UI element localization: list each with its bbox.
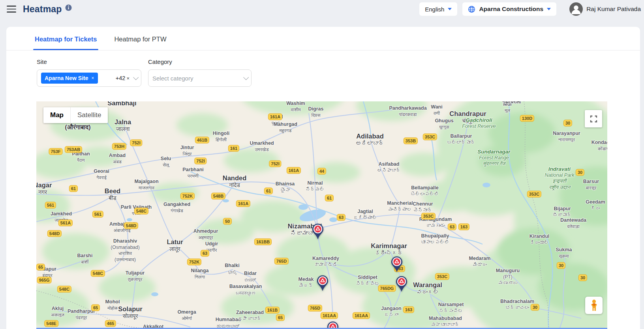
road-badge: 353C: [435, 273, 449, 280]
road-badge: 753H: [112, 143, 126, 150]
map-label: Nirmalనిర్మల్: [306, 180, 325, 193]
road-badge: 61: [264, 188, 273, 194]
map-label: Geedamగీదం: [586, 199, 605, 211]
road-badge: 161AA: [353, 312, 370, 319]
app-header: Heatmap English Aparna Constructions Raj…: [0, 0, 644, 18]
menu-icon[interactable]: [7, 6, 16, 13]
road-badge: 30: [578, 275, 587, 281]
map-type-satellite-button[interactable]: Satellite: [70, 107, 108, 123]
map-label: SundarnagarForest Rangeसुंदरनगर रेंज: [477, 149, 510, 167]
road-badge: 65: [276, 314, 285, 321]
map-label: Narayanpurनारायणपुर: [553, 131, 580, 143]
road-badge: 752I: [130, 140, 142, 146]
tab-heatmap-for-ptw[interactable]: Heatmap for PTW: [114, 27, 166, 50]
map-canvas[interactable]: Sambhaji(औरंगाबाद)JalnaजालनाWashimवाशीमD…: [36, 101, 607, 329]
map-label: GadchiroliForest Reserve: [462, 117, 496, 129]
map-label: Bhalkiಭಾಲ್ಕಿ: [225, 263, 240, 275]
map-label: Jagtialజగిత్యాల్: [353, 209, 377, 221]
road-badge: 50: [223, 218, 232, 225]
map-label: Umarkhedउमरखेड: [250, 140, 274, 153]
road-badge: 30: [531, 304, 539, 311]
org-value: Aparna Constructions: [479, 6, 543, 13]
map-label: Mulमूल: [503, 101, 512, 114]
road-badge: 752K: [180, 193, 195, 200]
map-pin[interactable]: [312, 223, 324, 240]
pegman-icon: [590, 299, 599, 312]
road-badge: 161: [228, 145, 239, 152]
site-chip[interactable]: Aparna New Site ×: [41, 73, 98, 84]
content-card: Heatmap for Tickets Heatmap for PTW Site…: [6, 27, 640, 329]
road-badge: 965G: [37, 277, 52, 284]
road-badge: 161AA: [321, 312, 338, 319]
road-badge: 548E: [44, 320, 58, 327]
map-label: Siddipetసిద్దిపేట: [356, 275, 379, 287]
road-badge: 353C: [421, 213, 436, 220]
road-badge: 548D: [124, 222, 138, 229]
map-label: Bhupalpallyభూపాలపల్లి: [421, 233, 449, 245]
road-badge: 163: [458, 224, 469, 230]
tab-heatmap-for-tickets[interactable]: Heatmap for Tickets: [35, 27, 97, 50]
org-selector[interactable]: Aparna Constructions: [462, 2, 556, 16]
map-label: Chandrapurचंद्रपूर: [449, 110, 486, 124]
language-selector[interactable]: English: [419, 2, 457, 16]
map-label: Sukmaसुकमा: [556, 247, 572, 259]
info-icon[interactable]: [65, 4, 72, 11]
road-badge: 548C: [134, 208, 148, 215]
page-title: Heatmap: [23, 4, 62, 15]
road-badge: 161A: [268, 114, 282, 120]
road-badge: 765D: [274, 258, 289, 265]
map-label: Basavakalyanಬಸವಕಲ್ಯಾಣ: [229, 284, 262, 296]
pegman-button[interactable]: [585, 297, 603, 314]
map-label: Zaheerabadజహీరాబాద్: [236, 310, 264, 322]
road-badge: 765D: [308, 305, 322, 312]
map-pin[interactable]: [317, 275, 329, 292]
fullscreen-button[interactable]: [585, 110, 602, 127]
map-label: Tuljapurतुळजापूर: [126, 270, 145, 282]
road-badge: 63: [337, 214, 345, 221]
map-label: Jalnaजालना: [115, 118, 131, 133]
map-label: Pandharpurपंढरपूर: [68, 308, 95, 321]
map-label: Solapurसोलापूर: [118, 305, 142, 320]
map-type-control: Map Satellite: [43, 107, 108, 123]
map-label: Nilangaनिलंगा: [191, 268, 208, 280]
map-pin[interactable]: [391, 256, 403, 273]
map-label: Majalgaonमाजलगाव: [134, 179, 158, 191]
user-menu[interactable]: Raj Kumar Pativada: [569, 2, 641, 16]
map-label: Dharashiv(Osmanabad)धाराशिव(उस्मानाबाद): [111, 238, 139, 263]
map-label: Washimवाशीम: [286, 101, 305, 113]
tab-bar: Heatmap for Tickets Heatmap for PTW: [6, 27, 640, 50]
category-placeholder: Select category: [152, 75, 193, 82]
site-chip-label: Aparna New Site: [45, 75, 88, 81]
user-name: Raj Kumar Pativada: [586, 6, 641, 13]
map-label: Pandharkawadaपांढरकवडा: [389, 105, 426, 118]
map-label: Manuguru(PT)మణుగూరు: [496, 268, 520, 286]
category-label: Category: [148, 58, 252, 65]
site-select[interactable]: Aparna New Site × +42 ×: [37, 69, 141, 87]
site-more-count[interactable]: +42: [116, 75, 126, 81]
road-badge: 353C: [527, 191, 541, 198]
map-type-map-button[interactable]: Map: [43, 107, 70, 123]
site-clear-icon[interactable]: ×: [126, 75, 130, 81]
map-label: Moholमोहोळ: [105, 299, 120, 311]
chip-remove-icon[interactable]: ×: [91, 75, 94, 81]
map-label: Bhainsaభైంసా: [276, 181, 295, 193]
map-label: Jinturजिंतूर: [180, 145, 194, 157]
map-label: Ghugusघुग्गुस: [435, 118, 453, 130]
road-badge: 61: [69, 185, 78, 192]
map-label: Nagarनगर: [36, 181, 52, 196]
map-label: Omergaओमेर्गा: [177, 309, 196, 322]
map-label: Seluसेलू: [161, 156, 171, 168]
map-pin[interactable]: [396, 276, 407, 292]
chevron-down-icon: [243, 75, 249, 80]
road-badge: 765DG: [378, 285, 396, 292]
map-label: Digrasदिग्रस: [308, 106, 324, 118]
road-badge: 353C: [423, 134, 437, 140]
road-badge: 752K: [187, 259, 201, 265]
map-label: Kirandulకిరండూల్: [529, 234, 550, 246]
map-label: Bijapurబీజాపూర్: [553, 206, 572, 218]
map-label: Gangakhedगंगाखेड: [163, 202, 190, 214]
map-label: Mahabubabadమహబూబాబాద్: [429, 316, 462, 328]
category-select[interactable]: Select category: [148, 69, 252, 87]
road-badge: 63: [448, 224, 456, 230]
road-badge: 561: [45, 202, 56, 209]
